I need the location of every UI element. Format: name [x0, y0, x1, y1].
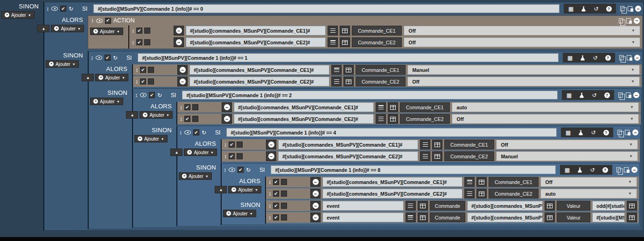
remove-block-icon[interactable]: − [635, 6, 641, 12]
history-button[interactable]: ↺ [587, 128, 600, 137]
eye-icon[interactable] [96, 19, 103, 23]
summary-table-button[interactable]: ▦ [563, 90, 575, 100]
display-grid-button[interactable] [388, 102, 398, 112]
repeat-icon[interactable]: ↻ [157, 92, 162, 98]
test-flask-button[interactable] [574, 165, 586, 175]
display-grid-button[interactable] [627, 213, 637, 222]
display-grid-button[interactable] [627, 201, 637, 211]
value-select[interactable]: Off ▼ [496, 140, 638, 149]
copy-icon[interactable] [620, 6, 624, 11]
display-grid-button[interactable] [476, 177, 487, 187]
value-select[interactable]: Off ▼ [404, 37, 640, 47]
valeur-value-input[interactable]: #[studio][MSunPV][Commande 1 [592, 213, 625, 222]
copy-icon[interactable] [619, 18, 623, 23]
display-grid-button[interactable] [388, 114, 398, 124]
test-flask-button[interactable] [576, 53, 589, 63]
display-grid-button[interactable] [418, 201, 428, 211]
remove-action-button[interactable]: − [174, 37, 184, 47]
remove-block-icon[interactable]: − [631, 167, 637, 173]
paste-icon[interactable] [627, 55, 631, 60]
commande-value-input[interactable]: #[studio][commandes_MSunPV][ [467, 201, 543, 211]
row-option-checkbox[interactable] [281, 214, 287, 220]
remove-block-icon[interactable]: − [633, 92, 639, 98]
remove-block-icon[interactable]: − [634, 55, 640, 61]
command-expression-input[interactable]: #[studio][commandes_MSunPV][Commande_CE2… [189, 77, 329, 86]
command-expression-input[interactable]: #[studio][commandes_MSunPV][Commande_CE2… [322, 189, 462, 198]
eye-icon[interactable] [140, 93, 147, 97]
command-list-button[interactable] [376, 102, 386, 112]
remove-action-button[interactable]: − [266, 140, 276, 149]
drag-handle-icon[interactable]: ↕ [268, 179, 271, 185]
collapse-button[interactable]: ▲ [37, 25, 49, 32]
command-list-button[interactable] [406, 201, 416, 211]
command-list-button[interactable] [328, 26, 338, 35]
command-list-button[interactable] [420, 140, 430, 149]
condition-input[interactable]: #[studio][MSunPV][Commande 1 (info)]# ==… [226, 128, 557, 137]
action-enabled-checkbox[interactable]: ✔ [105, 18, 111, 24]
row-enabled-checkbox[interactable]: ✔ [229, 153, 235, 159]
copy-icon[interactable] [618, 92, 623, 98]
copy-icon[interactable] [617, 130, 622, 135]
history-button[interactable]: ↺ [590, 4, 602, 14]
drag-handle-icon[interactable]: ↕ [135, 79, 138, 85]
drag-handle-icon[interactable]: ↕ [268, 191, 271, 197]
display-grid-button[interactable] [418, 213, 428, 222]
row-enabled-checkbox[interactable]: ✔ [273, 214, 279, 220]
command-list-button[interactable] [376, 114, 386, 124]
ajouter-button[interactable]: + Ajouter ▼ [179, 172, 212, 180]
command-list-button[interactable] [464, 177, 475, 187]
remove-action-button[interactable]: − [177, 77, 188, 86]
paste-icon[interactable] [624, 167, 629, 172]
command-expression-input[interactable]: #[studio][commandes_MSunPV][Commande_CE2… [234, 114, 374, 124]
copy-icon[interactable] [616, 167, 621, 172]
row-option-checkbox[interactable] [192, 104, 198, 110]
row-enabled-checkbox[interactable]: ✔ [136, 39, 142, 45]
command-list-button[interactable] [464, 189, 475, 198]
value-select[interactable]: Off ▼ [540, 177, 637, 187]
ajouter-button[interactable]: + Ajouter ▼ [223, 210, 256, 217]
drag-handle-icon[interactable]: ↕ [268, 203, 271, 209]
eye-icon[interactable] [96, 56, 102, 60]
remove-block-icon[interactable]: − [632, 129, 638, 135]
drag-handle-icon[interactable]: ↕ [224, 167, 226, 173]
drag-handle-icon[interactable]: ↕ [180, 105, 182, 110]
paste-icon[interactable] [626, 18, 631, 23]
row-option-checkbox[interactable] [281, 191, 287, 197]
help-button[interactable]: ? [600, 128, 612, 137]
condition-input[interactable]: #[studio][MSunPV][Commande 1 (info)]# ==… [138, 53, 559, 62]
test-flask-button[interactable] [577, 4, 590, 14]
enabled-checkbox[interactable]: ✔ [105, 55, 111, 61]
drag-handle-icon[interactable]: ↕ [224, 154, 227, 159]
drag-handle-icon[interactable]: ↕ [91, 55, 93, 61]
event-input[interactable]: event [322, 213, 404, 222]
history-button[interactable]: ↺ [589, 53, 602, 63]
eye-icon[interactable] [51, 7, 58, 11]
command-list-button[interactable] [328, 37, 338, 47]
remove-action-button[interactable]: − [174, 26, 184, 35]
summary-table-button[interactable]: ▦ [564, 53, 576, 63]
ajouter-button[interactable]: + Ajouter ▼ [90, 98, 123, 105]
row-enabled-checkbox[interactable]: ✔ [273, 203, 279, 209]
display-grid-button[interactable] [432, 140, 442, 149]
row-option-checkbox[interactable] [281, 203, 287, 209]
command-list-button[interactable] [420, 151, 430, 161]
display-grid-button[interactable] [545, 201, 555, 211]
row-option-checkbox[interactable] [148, 67, 154, 73]
row-enabled-checkbox[interactable]: ✔ [136, 28, 142, 34]
row-enabled-checkbox[interactable]: ✔ [184, 104, 190, 110]
collapse-button[interactable]: ▲ [215, 186, 227, 193]
command-expression-input[interactable]: #[studio][commandes_MSunPV][Commande_CE1… [322, 177, 462, 187]
help-button[interactable]: ? [602, 4, 615, 14]
remove-action-button[interactable]: − [222, 114, 232, 124]
drag-handle-icon[interactable]: ↕ [135, 67, 138, 73]
test-flask-button[interactable] [575, 90, 588, 100]
test-flask-button[interactable] [574, 128, 587, 137]
remove-action-button[interactable]: − [310, 189, 321, 198]
paste-icon[interactable] [628, 6, 632, 11]
ajouter-button[interactable]: + Ajouter ▼ [51, 25, 84, 32]
remove-action-button[interactable]: − [310, 213, 321, 222]
ajouter-button[interactable]: + Ajouter ▼ [46, 60, 79, 68]
enabled-checkbox[interactable]: ✔ [193, 129, 199, 135]
remove-action-button[interactable]: − [177, 65, 188, 75]
value-select[interactable]: auto ▼ [540, 189, 637, 198]
